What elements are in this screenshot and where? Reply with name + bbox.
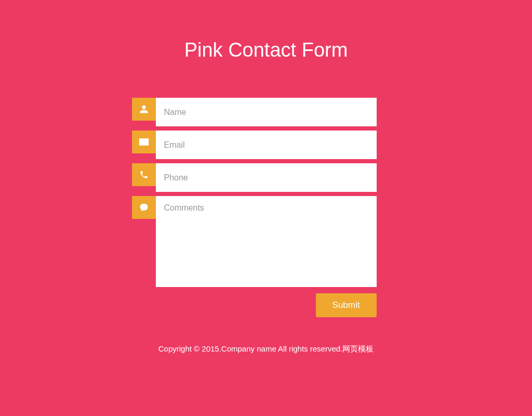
page-title: Pink Contact Form (0, 39, 532, 61)
comments-input[interactable] (156, 196, 377, 287)
speech-bubble-icon (132, 196, 156, 219)
footer: Copyright © 2015.Company name All rights… (0, 344, 532, 354)
phone-input[interactable] (156, 163, 377, 192)
name-input[interactable] (156, 98, 377, 126)
footer-text: Copyright © 2015.Company name All rights… (158, 344, 343, 353)
phone-icon (132, 163, 156, 186)
phone-row (156, 163, 377, 192)
envelope-icon (132, 131, 156, 153)
user-icon (132, 98, 156, 121)
contact-form: Submit (156, 98, 377, 317)
comments-row (156, 196, 377, 289)
email-row (156, 131, 377, 159)
submit-button[interactable]: Submit (316, 293, 377, 317)
name-row (156, 98, 377, 126)
email-input[interactable] (156, 131, 377, 159)
footer-link[interactable]: 网页模板 (342, 344, 374, 353)
